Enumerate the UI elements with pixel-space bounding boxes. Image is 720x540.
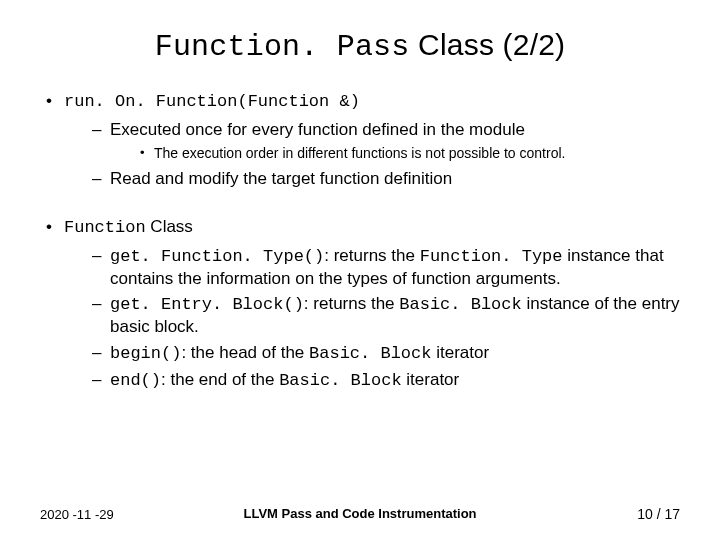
bullet-2-text: Class	[146, 217, 193, 236]
bullet-2-code: Function	[64, 218, 146, 237]
slide: Function. Pass Class (2/2) run. On. Func…	[0, 0, 720, 540]
b22-c2: Basic. Block	[399, 295, 521, 314]
bullet-2-3: begin(): the head of the Basic. Block it…	[92, 342, 680, 365]
bullet-1: run. On. Function(Function &) Executed o…	[40, 90, 680, 190]
b24-t1: : the end of the	[161, 370, 279, 389]
bullet-2-4: end(): the end of the Basic. Block itera…	[92, 369, 680, 392]
bullet-1-2-text: Read and modify the target function defi…	[110, 169, 452, 188]
b23-c2: Basic. Block	[309, 344, 431, 363]
footer: 2020 -11 -29 LLVM Pass and Code Instrume…	[0, 506, 720, 522]
b24-c1: end()	[110, 371, 161, 390]
b21-c2: Function. Type	[420, 247, 563, 266]
b23-c1: begin()	[110, 344, 181, 363]
bullet-1-2: Read and modify the target function defi…	[92, 168, 680, 190]
bullet-2-1: get. Function. Type(): returns the Funct…	[92, 245, 680, 290]
bullet-2: Function Class get. Function. Type(): re…	[40, 216, 680, 391]
footer-center: LLVM Pass and Code Instrumentation	[0, 506, 720, 521]
bullet-1-code: run. On. Function(Function &)	[64, 92, 360, 111]
b23-t2: iterator	[431, 343, 489, 362]
bullet-1-1-1-text: The execution order in different functio…	[154, 145, 565, 161]
title-rest: Class (2/2)	[410, 28, 566, 61]
slide-title: Function. Pass Class (2/2)	[40, 28, 680, 64]
title-code: Function. Pass	[155, 30, 410, 64]
bullet-1-1: Executed once for every function defined…	[92, 119, 680, 163]
b24-t2: iterator	[402, 370, 460, 389]
b23-t1: : the head of the	[181, 343, 309, 362]
bullet-1-1-text: Executed once for every function defined…	[110, 120, 525, 139]
b21-t1: : returns the	[324, 246, 419, 265]
b22-t1: : returns the	[304, 294, 399, 313]
b21-c1: get. Function. Type()	[110, 247, 324, 266]
bullet-2-2: get. Entry. Block(): returns the Basic. …	[92, 293, 680, 338]
bullet-1-1-1: The execution order in different functio…	[140, 145, 680, 163]
b24-c2: Basic. Block	[279, 371, 401, 390]
b22-c1: get. Entry. Block()	[110, 295, 304, 314]
slide-content: run. On. Function(Function &) Executed o…	[40, 90, 680, 391]
